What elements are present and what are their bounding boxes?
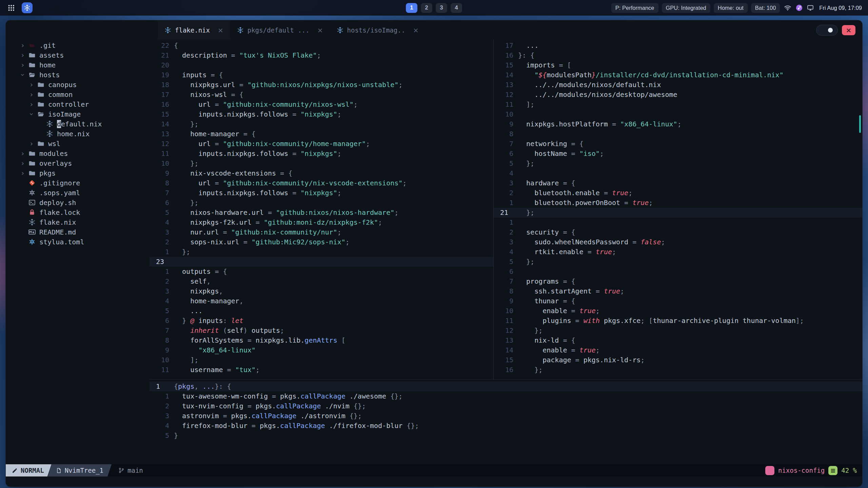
tab-flake-nix[interactable]: flake.nix× [158,20,230,40]
code-line[interactable]: 17 ... [494,41,862,50]
code-line[interactable]: 14 "${modulesPath}/installer/cd-dvd/inst… [494,70,862,80]
tree-item-flake-lock[interactable]: flake.lock [6,207,150,217]
chevron-right-icon[interactable]: › [19,149,27,158]
tab-close-icon[interactable]: × [317,26,323,34]
code-line[interactable]: 3 nixpkgs, [150,286,493,296]
tree-item-wsl[interactable]: ›wsl [6,139,150,148]
code-line[interactable]: 3 sudo.wheelNeedsPassword = false; [494,237,862,247]
window-close-button[interactable]: × [842,25,855,35]
code-line[interactable]: 9 "x86_64-linux" [150,345,493,355]
tree-item-isoImage[interactable]: ›isoImage [6,109,150,119]
code-line[interactable]: 1 [494,218,862,227]
workspace-1[interactable]: 1 [406,3,417,13]
pane-iso-code[interactable]: 17 ...16}: {15 imports = [14 "${modulesP… [493,40,862,379]
code-line[interactable]: 16 url = "github:nix-community/nixos-wsl… [150,100,493,109]
code-line[interactable]: 10 enable = true; [494,306,862,316]
code-line[interactable]: 10 }; [150,159,493,168]
code-line[interactable]: 9 thunar = { [494,296,862,306]
tree-item-home-nix[interactable]: home.nix [6,129,150,139]
code-line[interactable]: 6 [494,267,862,277]
code-line[interactable]: 2 bluetooth.enable = true; [494,188,862,198]
chevron-right-icon[interactable]: › [19,41,27,49]
chevron-right-icon[interactable]: › [27,81,36,89]
code-line[interactable]: 8 url = "github:nix-community/nix-vscode… [150,178,493,188]
code-line[interactable]: 1 outputs = { [150,267,493,277]
tree-item-gitignore[interactable]: .gitignore [6,178,150,188]
code-line[interactable]: 11 username = "tux"; [150,365,493,375]
code-line[interactable]: 5 ... [150,306,493,316]
code-line[interactable]: 13 ../../modules/nixos/default.nix [494,80,862,90]
code-line[interactable]: 3 hardware = { [494,178,862,188]
tree-item-hosts[interactable]: ›hosts [6,70,150,80]
tree-item-stylua-toml[interactable]: stylua.toml [6,237,150,247]
scrollbar-thumb[interactable] [859,115,861,133]
code-line[interactable]: 4 home-manager, [150,296,493,306]
code-line[interactable]: 23 [150,257,493,267]
code-line[interactable]: 15 imports = [ [494,60,862,70]
code-line[interactable]: 4 [494,168,862,178]
code-line[interactable]: 19 inputs = { [150,70,493,80]
code-line[interactable]: 18 nixpkgs.url = "github:nixos/nixpkgs/n… [150,80,493,90]
workspace-3[interactable]: 3 [436,3,447,13]
chevron-down-icon[interactable]: › [27,110,36,118]
code-line[interactable]: 9 nix-vscode-extensions = { [150,168,493,178]
tree-item-git[interactable]: ›.git [6,40,150,50]
code-line[interactable]: 2 self, [150,277,493,286]
code-line[interactable]: 2 tux-nvim-config = pkgs.callPackage ./n… [150,401,862,411]
code-line[interactable]: 1{pkgs, ...}: { [150,382,862,391]
code-line[interactable]: 16}: { [494,50,862,60]
pane-pkgs-code[interactable]: 1{pkgs, ...}: {1 tux-awesome-wm-config =… [150,379,862,464]
code-line[interactable]: 5} [150,431,862,441]
code-line[interactable]: 7 inputs.nixpkgs.follows = "nixpkgs"; [150,188,493,198]
code-line[interactable]: 12 url = "github:nix-community/home-mana… [150,139,493,149]
tab-close-icon[interactable]: × [218,26,223,34]
workspace-4[interactable]: 4 [451,3,462,13]
chevron-right-icon[interactable]: › [19,169,27,177]
tree-item-canopus[interactable]: ›canopus [6,80,150,89]
code-line[interactable]: 2 security = { [494,227,862,237]
code-line[interactable]: 14 enable = true; [494,345,862,355]
code-line[interactable]: 1 tux-awesome-wm-config = pkgs.callPacka… [150,391,862,401]
chevron-right-icon[interactable]: › [19,159,27,167]
code-line[interactable]: 12 ../../modules/nixos/desktop/awesome [494,90,862,100]
code-line[interactable]: 13 nix-ld = { [494,336,862,345]
window-toggle[interactable] [816,25,838,36]
code-line[interactable]: 11 plugins = with pkgs.xfce; [thunar-arc… [494,316,862,326]
tree-item-overlays[interactable]: ›overlays [6,158,150,168]
code-line[interactable]: 20 [150,60,493,70]
tree-item-README-md[interactable]: README.md [6,227,150,237]
code-line[interactable]: 11 inputs.nixpkgs.follows = "nixpkgs"; [150,149,493,159]
code-line[interactable]: 3 nur.url = "github:nix-community/nur"; [150,227,493,237]
tree-item-controller[interactable]: ›controller [6,99,150,109]
code-line[interactable]: 21 description = "tux's NixOS Flake"; [150,50,493,60]
code-line[interactable]: 7 inherit (self) outputs; [150,326,493,336]
tree-item-common[interactable]: ›common [6,89,150,99]
code-line[interactable]: 1 bluetooth.powerOnBoot = true; [494,198,862,208]
code-line[interactable]: 17 nixos-wsl = { [150,90,493,100]
chevron-down-icon[interactable]: › [19,71,27,79]
chevron-right-icon[interactable]: › [19,61,27,69]
command-line[interactable] [6,476,862,487]
chevron-right-icon[interactable]: › [27,100,36,108]
tab-hosts-isoImag[interactable]: hosts/isoImag..× [330,20,426,40]
code-line[interactable]: 8 forAllSystems = nixpkgs.lib.genAttrs [ [150,336,493,345]
tab-close-icon[interactable]: × [413,26,419,34]
code-line[interactable]: 4 nixpkgs-f2k.url = "github:moni-dz/nixp… [150,218,493,227]
code-line[interactable]: 16 }; [494,365,862,375]
code-line[interactable]: 13 home-manager = { [150,129,493,139]
code-line[interactable]: 12 }; [494,326,862,336]
code-line[interactable]: 10 ]; [150,355,493,365]
tree-item-modules[interactable]: ›modules [6,148,150,158]
tree-item-pkgs[interactable]: ›pkgs [6,168,150,178]
code-line[interactable]: 5 nixos-hardware.url = "github:nixos/nix… [150,208,493,218]
tree-item-assets[interactable]: ›assets [6,50,150,60]
tab-pkgs-default[interactable]: pkgs/default ...× [230,20,330,40]
code-line[interactable]: 14 }; [150,119,493,129]
code-line[interactable]: 5 }; [494,159,862,168]
code-line[interactable]: 6 }; [150,198,493,208]
workspace-2[interactable]: 2 [421,3,432,13]
code-line[interactable]: 1 }; [150,247,493,257]
apps-grid-icon[interactable] [6,3,16,13]
tree-item-home[interactable]: ›home [6,60,150,70]
code-line[interactable]: 5 }; [494,257,862,267]
